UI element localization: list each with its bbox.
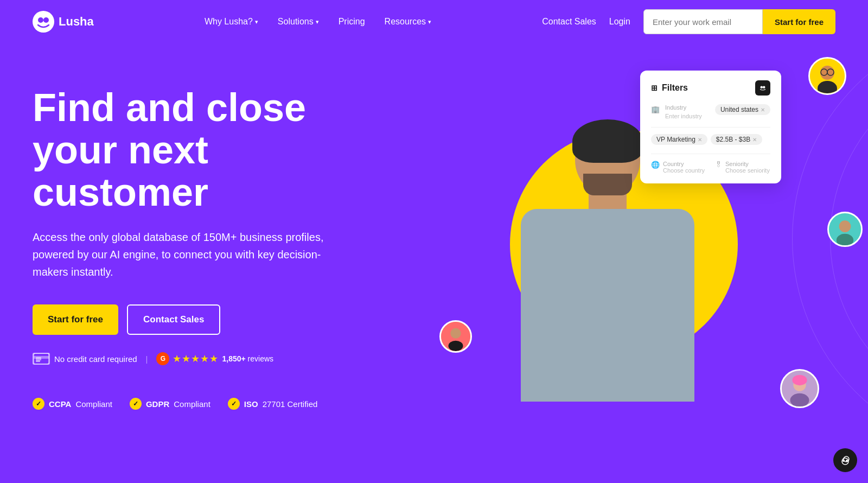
chevron-down-icon: ▾: [428, 18, 431, 26]
svg-point-0: [33, 11, 54, 33]
nav-pricing[interactable]: Pricing: [339, 17, 365, 27]
compliance-badges: ✓ CCPA Compliant ✓ GDPR Compliant ✓ ISO …: [33, 398, 380, 410]
logo-text: Lusha: [59, 15, 94, 29]
login-link[interactable]: Login: [609, 17, 630, 27]
chevron-down-icon: ▾: [316, 18, 319, 26]
filter-title: ⊞ Filters: [651, 83, 688, 93]
hero-buttons: Start for free Contact Sales: [33, 304, 380, 335]
filter-tags-row: VP Marketing ✕ $2.5B - $3B ✕: [651, 132, 770, 149]
filter-card: ⊞ Filters 🏢 Industry Enter industry: [640, 71, 781, 183]
hero-title: Find and close your next customer: [33, 87, 380, 213]
remove-tag-icon[interactable]: ✕: [752, 137, 757, 143]
chevron-down-icon: ▾: [255, 18, 258, 26]
credit-card-icon: [33, 353, 50, 365]
check-icon: ✓: [130, 398, 142, 410]
person-beard: [583, 174, 632, 195]
svg-point-2: [43, 17, 49, 23]
hero-contact-sales-button[interactable]: Contact Sales: [127, 304, 220, 335]
nav-resources[interactable]: Resources ▾: [385, 17, 431, 27]
badge-icon: 🎖: [715, 161, 722, 169]
avatar-bottom-left: [439, 320, 472, 353]
filter-row-industry: 🏢 Industry Enter industry United states …: [651, 104, 770, 120]
svg-point-1: [38, 17, 43, 23]
avatar-right-mid: [827, 212, 863, 247]
hero-start-free-button[interactable]: Start for free: [33, 304, 118, 335]
start-free-button[interactable]: Start for free: [763, 9, 835, 34]
svg-point-15: [839, 220, 851, 232]
tag-united-states[interactable]: United states ✕: [715, 104, 770, 115]
ccpa-badge: ✓ CCPA Compliant: [33, 398, 112, 410]
hero-section: Find and close your next customer Access…: [0, 43, 868, 483]
chat-widget[interactable]: [833, 448, 857, 472]
nav-solutions[interactable]: Solutions ▾: [278, 17, 319, 27]
hero-description: Access the only global database of 150M+…: [33, 228, 347, 281]
iso-badge: ✓ ISO 27701 Certified: [228, 398, 318, 410]
nav-links: Why Lusha? ▾ Solutions ▾ Pricing Resourc…: [205, 17, 431, 27]
no-credit-card-badge: No credit card required: [33, 353, 137, 365]
person-body: [521, 209, 694, 402]
filter-row-country-seniority: 🌐 Country Choose country 🎖 Seniority Cho…: [651, 158, 770, 174]
filter-divider: [651, 127, 770, 128]
globe-icon: 🌐: [651, 161, 660, 169]
navbar: Lusha Why Lusha? ▾ Solutions ▾ Pricing R…: [0, 0, 868, 43]
svg-point-22: [790, 393, 809, 407]
tag-revenue[interactable]: $2.5B - $3B ✕: [711, 134, 762, 145]
nav-email-form: Start for free: [643, 9, 835, 34]
hero-badges: No credit card required | G ★★★★★ 1,850+…: [33, 352, 380, 365]
tag-vp-marketing[interactable]: VP Marketing ✕: [651, 134, 707, 145]
reviews-count: 1,850+ reviews: [222, 354, 273, 363]
svg-point-7: [763, 86, 765, 88]
filter-lusha-logo: [755, 80, 770, 96]
email-input[interactable]: [643, 9, 763, 34]
divider: |: [146, 354, 148, 364]
check-icon: ✓: [33, 398, 44, 410]
logo[interactable]: Lusha: [33, 11, 94, 33]
svg-rect-5: [36, 360, 40, 362]
hero-visual: ⊞ Filters 🏢 Industry Enter industry: [401, 43, 868, 483]
avatar-top-right: [808, 57, 846, 95]
svg-point-6: [761, 86, 763, 88]
remove-tag-icon[interactable]: ✕: [761, 107, 765, 113]
remove-tag-icon[interactable]: ✕: [698, 137, 702, 143]
star-rating: ★★★★★: [173, 353, 219, 365]
hero-content: Find and close your next customer Access…: [33, 76, 380, 410]
gdpr-badge: ✓ GDPR Compliant: [130, 398, 210, 410]
filter-divider-2: [651, 154, 770, 154]
filter-header: ⊞ Filters: [651, 80, 770, 96]
nav-why-lusha[interactable]: Why Lusha? ▾: [205, 17, 258, 27]
building-icon: 🏢: [651, 105, 660, 113]
check-icon: ✓: [228, 398, 240, 410]
svg-point-19: [449, 341, 463, 351]
svg-rect-4: [34, 356, 49, 359]
svg-point-27: [843, 460, 845, 462]
g2-badge: G ★★★★★ 1,850+ reviews: [156, 352, 273, 365]
svg-point-28: [846, 460, 848, 462]
svg-point-18: [450, 328, 461, 339]
nav-actions: Contact Sales Login Start for free: [542, 9, 835, 34]
contact-sales-link[interactable]: Contact Sales: [542, 17, 596, 27]
g2-logo: G: [156, 352, 169, 365]
svg-point-23: [792, 375, 807, 385]
person-hair: [572, 119, 643, 163]
avatar-bottom-right: [780, 369, 819, 408]
